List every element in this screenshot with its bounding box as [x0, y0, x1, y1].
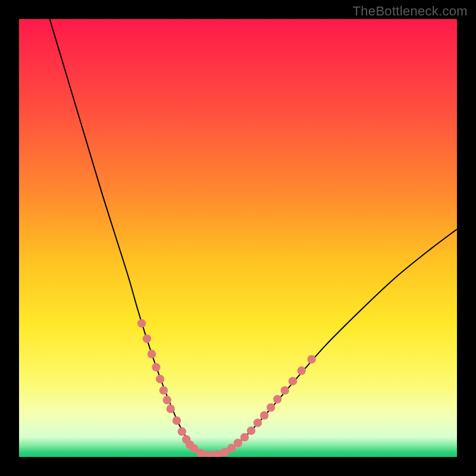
highlight-dot [143, 334, 151, 343]
highlight-dot [234, 439, 242, 447]
highlight-dot [281, 386, 289, 394]
highlight-dot [307, 355, 315, 364]
watermark-text: TheBottleneck.com [353, 4, 468, 19]
highlight-dot [148, 350, 156, 358]
highlight-dot [240, 433, 249, 441]
highlight-dot [260, 411, 268, 419]
highlight-dot [156, 375, 164, 383]
highlight-dot [152, 363, 160, 371]
highlight-dot [163, 396, 171, 404]
gradient-background [19, 19, 457, 457]
highlight-dot [289, 377, 297, 385]
plot-area [19, 19, 457, 457]
highlight-dot [173, 416, 181, 425]
highlight-dot [273, 395, 281, 403]
highlight-dot [159, 386, 168, 394]
highlight-dot [298, 367, 306, 375]
plot-svg [19, 19, 457, 457]
highlight-dot [267, 403, 275, 412]
highlight-dot [247, 427, 255, 435]
highlight-dot [166, 405, 174, 413]
highlight-dot [253, 418, 262, 427]
highlight-dot [137, 319, 146, 327]
highlight-dot [178, 427, 186, 436]
outer-frame: TheBottleneck.com [0, 0, 476, 476]
